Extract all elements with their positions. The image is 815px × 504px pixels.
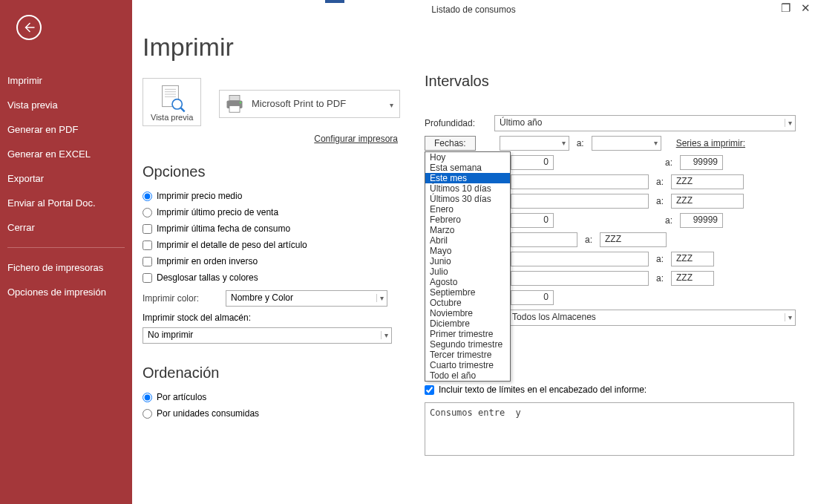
txt-to-3[interactable]: ZZZ — [671, 194, 744, 209]
series-imprimir-link[interactable]: Series a imprimir: — [676, 138, 745, 148]
fechas-option[interactable]: Enero — [425, 204, 510, 215]
svg-line-6 — [180, 108, 184, 111]
svg-rect-8 — [229, 96, 240, 101]
fechas-option[interactable]: Septiembre — [425, 287, 510, 298]
fechas-option[interactable]: Marzo — [425, 225, 510, 235]
txt-to-2[interactable]: ZZZ — [671, 174, 744, 189]
chevron-down-icon: ▾ — [654, 139, 658, 147]
fechas-option[interactable]: Esta semana — [425, 163, 510, 173]
svg-point-10 — [239, 102, 241, 104]
fechas-option[interactable]: Diciembre — [425, 318, 510, 329]
txt-from-6[interactable] — [511, 252, 649, 266]
imprimir-color-combo[interactable]: Nombre y Color▾ — [226, 290, 387, 307]
fechas-option[interactable]: Primer trimestre — [425, 329, 510, 339]
ordenacion-heading: Ordenación — [143, 364, 410, 382]
num-from-8[interactable]: 0 — [511, 290, 554, 305]
configurar-impresora-link[interactable]: Configurar impresora — [314, 134, 398, 144]
chevron-down-icon: ▾ — [785, 313, 792, 321]
check-tallas-colores[interactable] — [143, 273, 152, 283]
radio-por-unidades[interactable] — [143, 409, 152, 419]
txt-from-5[interactable] — [511, 232, 577, 247]
check-peso-articulo[interactable] — [143, 240, 152, 250]
num-to-1[interactable]: 99999 — [680, 155, 723, 170]
txt-to-6[interactable]: ZZZ — [671, 252, 714, 266]
svg-rect-9 — [229, 106, 240, 113]
sidebar-item-imprimir[interactable]: Imprimir — [0, 68, 132, 93]
check-fecha-consumo[interactable] — [143, 224, 152, 234]
fechas-option[interactable]: Agosto — [425, 277, 510, 287]
vista-previa-label: Vista previa — [151, 113, 193, 122]
fechas-option[interactable]: Tercer trimestre — [425, 350, 510, 360]
txt-from-7[interactable] — [511, 271, 649, 286]
opciones-heading: Opciones — [143, 163, 410, 180]
fechas-option[interactable]: Abril — [425, 235, 510, 246]
printer-icon — [224, 93, 245, 114]
sidebar-item-generar-excel[interactable]: Generar en EXCEL — [0, 142, 132, 166]
radio-precio-medio[interactable] — [143, 192, 152, 201]
restore-icon[interactable]: ❐ — [781, 3, 791, 13]
chevron-down-icon: ▾ — [381, 331, 388, 339]
svg-point-5 — [172, 99, 182, 109]
sidebar-item-fichero-impresoras[interactable]: Fichero de impresoras — [0, 255, 132, 280]
title-bar: Listado de consumos ❐ ✕ — [132, 0, 815, 19]
sidebar-item-exportar[interactable]: Exportar — [0, 166, 132, 191]
fechas-option[interactable]: Julio — [425, 266, 510, 277]
window-title: Listado de consumos — [431, 4, 515, 15]
radio-por-articulos[interactable] — [143, 393, 152, 402]
check-incluir-limites[interactable] — [425, 385, 434, 395]
profundidad-combo[interactable]: Último año▾ — [494, 115, 796, 131]
fechas-option[interactable]: Todo el año — [425, 370, 510, 381]
fechas-option[interactable]: Febrero — [425, 215, 510, 225]
fecha-desde[interactable]: ▾ — [500, 136, 569, 151]
vista-previa-button[interactable]: Vista previa — [143, 78, 201, 126]
page-preview-icon — [157, 83, 187, 113]
incluir-limites-label: Incluir texto de límites en el encabezad… — [439, 384, 647, 395]
back-button[interactable] — [16, 15, 42, 40]
txt-from-3[interactable] — [511, 194, 649, 209]
num-to-4[interactable]: 99999 — [680, 213, 723, 228]
sidebar: Imprimir Vista previa Generar en PDF Gen… — [0, 0, 132, 504]
chevron-down-icon: ▾ — [562, 139, 566, 147]
fechas-option[interactable]: Últimos 30 días — [425, 194, 510, 204]
txt-from-2[interactable] — [511, 174, 649, 189]
encabezado-textarea[interactable] — [425, 402, 794, 456]
sidebar-item-generar-pdf[interactable]: Generar en PDF — [0, 117, 132, 142]
printer-select[interactable]: Microsoft Print to PDF ▾ — [219, 90, 400, 118]
sidebar-item-vista-previa[interactable]: Vista previa — [0, 93, 132, 117]
stock-combo[interactable]: No imprimir▾ — [143, 327, 392, 344]
chevron-down-icon: ▾ — [376, 294, 384, 302]
fechas-option[interactable]: Cuarto trimestre — [425, 360, 510, 370]
fechas-option[interactable]: Hoy — [425, 152, 510, 163]
check-orden-inverso[interactable] — [143, 257, 152, 266]
chevron-down-icon: ▾ — [390, 101, 393, 109]
profundidad-label: Profundidad: — [425, 118, 488, 128]
txt-to-5[interactable]: ZZZ — [600, 232, 667, 247]
sidebar-item-cerrar[interactable]: Cerrar — [0, 215, 132, 240]
fechas-option[interactable]: Segundo trimestre — [425, 339, 510, 350]
txt-to-7[interactable]: ZZZ — [671, 271, 714, 286]
fechas-option[interactable]: Últimos 10 días — [425, 183, 510, 194]
chevron-down-icon: ▾ — [785, 119, 792, 127]
num-from-1[interactable]: 0 — [511, 155, 554, 170]
sidebar-separator — [7, 247, 125, 248]
fechas-option[interactable]: Este mes — [425, 173, 510, 183]
stock-label: Imprimir stock del almacén: — [143, 312, 410, 323]
fechas-dropdown[interactable]: HoyEsta semanaEste mesÚltimos 10 díasÚlt… — [425, 151, 511, 382]
fechas-button[interactable]: Fechas: — [425, 136, 476, 151]
close-icon[interactable]: ✕ — [801, 3, 811, 13]
page-title: Imprimir — [143, 33, 410, 62]
num-from-4[interactable]: 0 — [511, 213, 554, 228]
radio-ultimo-precio[interactable] — [143, 208, 152, 217]
intervalos-heading: Intervalos — [425, 73, 796, 90]
sidebar-item-opciones-impresion[interactable]: Opciones de impresión — [0, 280, 132, 304]
fechas-option[interactable]: Mayo — [425, 246, 510, 256]
printer-name: Microsoft Print to PDF — [252, 98, 346, 109]
fechas-option[interactable]: Junio — [425, 256, 510, 266]
fecha-hasta[interactable]: ▾ — [592, 136, 661, 151]
fechas-option[interactable]: Noviembre — [425, 308, 510, 318]
almacen-combo[interactable]: Todos los Almacenes▾ — [507, 310, 796, 326]
back-arrow-icon — [22, 21, 36, 34]
sidebar-item-enviar-portal[interactable]: Enviar al Portal Doc. — [0, 191, 132, 215]
imprimir-color-label: Imprimir color: — [143, 293, 220, 304]
fechas-option[interactable]: Octubre — [425, 298, 510, 308]
